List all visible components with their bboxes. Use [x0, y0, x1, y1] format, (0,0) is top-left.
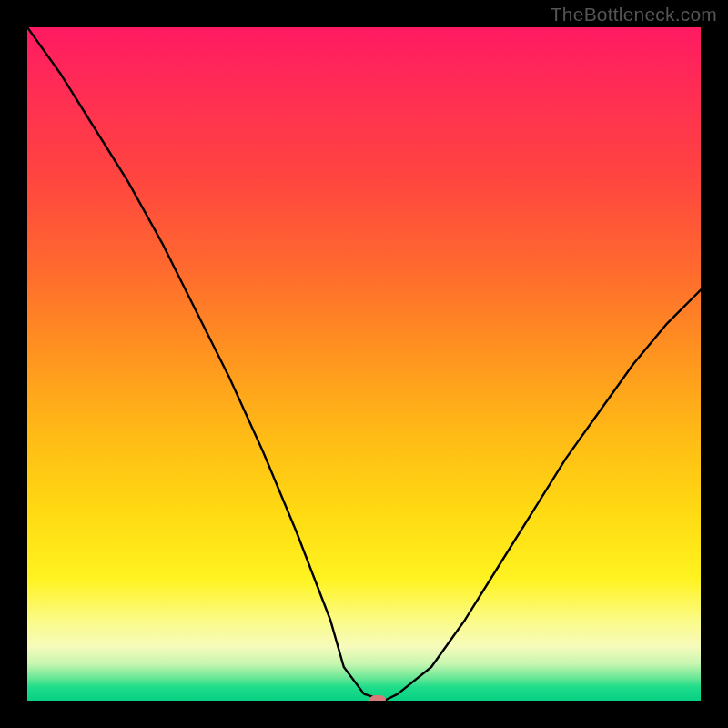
chart-frame: TheBottleneck.com — [0, 0, 728, 728]
watermark-text: TheBottleneck.com — [551, 4, 717, 25]
optimal-marker — [369, 695, 386, 701]
bottleneck-curve — [27, 27, 701, 701]
curve-layer — [27, 27, 701, 701]
plot-area — [27, 27, 701, 701]
